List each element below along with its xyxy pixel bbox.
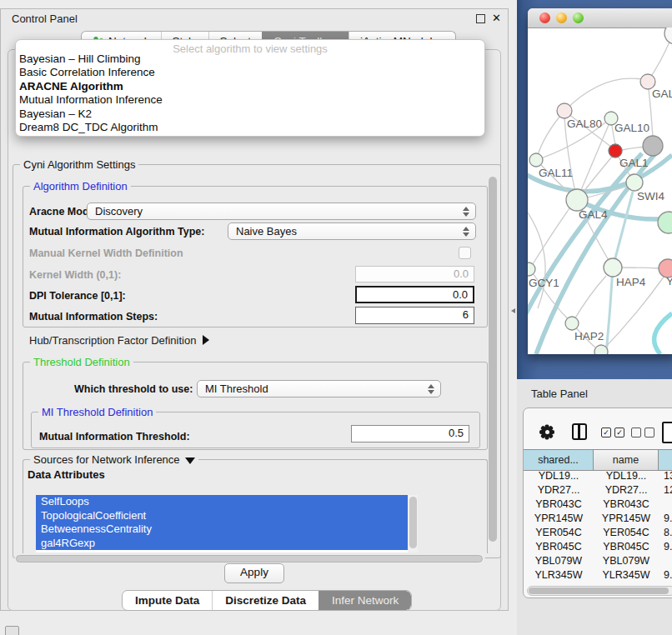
- stepper-icon: [463, 206, 469, 218]
- network-node[interactable]: [609, 144, 622, 158]
- table-panel: Table Panel ✓✓ shared...name YDL19...YDL…: [517, 379, 672, 635]
- table-cell: YDR27...: [594, 483, 659, 498]
- algorithm-option[interactable]: Dream8 DC_TDC Algorithm: [18, 121, 481, 134]
- table-cell: YBR043C: [594, 498, 659, 512]
- float-window-icon[interactable]: [476, 14, 485, 23]
- attribute-item[interactable]: gal4RGexp: [36, 537, 408, 551]
- data-attributes-list[interactable]: SelfLoopsTopologicalCoefficientBetweenne…: [36, 495, 418, 552]
- table-body[interactable]: YDL19...YDL19...13YDR27...YDR27...12YBR0…: [524, 469, 672, 585]
- cyni-bottom-tab-bar: Impute DataDiscretize DataInfer Network: [122, 590, 412, 611]
- settings-vertical-scrollbar[interactable]: [488, 176, 498, 552]
- network-view-window[interactable]: GALGAL80GAL10GAL11GAL1SWI4GAL4GCY1HAP4YH…: [528, 8, 672, 354]
- columns-icon[interactable]: [572, 423, 587, 440]
- network-canvas[interactable]: GALGAL80GAL10GAL11GAL1SWI4GAL4GCY1HAP4YH…: [528, 28, 672, 354]
- network-node[interactable]: [604, 258, 622, 277]
- network-node[interactable]: [643, 136, 663, 156]
- column-header[interactable]: shared...: [524, 450, 594, 470]
- corner-widget-icon[interactable]: [5, 626, 19, 635]
- close-traffic-light-icon[interactable]: [539, 12, 550, 23]
- column-header[interactable]: name: [594, 450, 659, 470]
- table-row[interactable]: YBR045CYBR045C9.: [524, 540, 672, 554]
- table-header-row[interactable]: shared...name: [524, 449, 672, 471]
- bottom-tab-infer-network[interactable]: Infer Network: [318, 591, 411, 610]
- file-icon[interactable]: [662, 422, 672, 443]
- control-panel-title: Control Panel: [12, 12, 78, 25]
- node-label: GAL: [652, 88, 672, 100]
- table-row[interactable]: YER054CYER054C8.: [524, 526, 672, 540]
- network-window-titlebar[interactable]: [528, 8, 672, 28]
- table-row[interactable]: YDL19...YDL19...13: [524, 469, 672, 483]
- network-node[interactable]: [626, 174, 643, 191]
- settings-horizontal-scrollbar[interactable]: [15, 554, 485, 563]
- algorithm-option[interactable]: Mutual Information Inference: [18, 93, 481, 107]
- bottom-tab-impute-data[interactable]: Impute Data: [123, 591, 212, 610]
- which-threshold-select[interactable]: MI Threshold: [197, 380, 441, 398]
- gear-icon[interactable]: [539, 424, 554, 439]
- table-cell: [659, 554, 672, 568]
- table-row[interactable]: YIL052CYIL052C9: [524, 582, 672, 585]
- network-node[interactable]: [658, 212, 672, 233]
- network-node[interactable]: [565, 317, 579, 330]
- table-cell: YPR145W: [594, 512, 659, 526]
- table-cell: YER054C: [594, 526, 659, 540]
- manual-kernel-label: Manual Kernel Width Definition: [29, 248, 183, 259]
- node-label: SWI4: [637, 190, 664, 202]
- attributes-scrollbar[interactable]: [408, 495, 418, 552]
- hub-definition-expander[interactable]: Hub/Transcription Factor Definition: [29, 334, 209, 347]
- attribute-item[interactable]: TopologicalCoefficient: [36, 509, 408, 523]
- panel-splitter-handle[interactable]: [511, 308, 515, 313]
- dpi-tolerance-label: DPI Tolerance [0,1]:: [29, 290, 126, 302]
- attribute-item[interactable]: BetweennessCentrality: [36, 522, 408, 537]
- table-cell: [659, 498, 672, 512]
- zoom-traffic-light-icon[interactable]: [573, 12, 584, 23]
- close-icon[interactable]: ✕: [492, 12, 501, 24]
- network-node[interactable]: [529, 153, 543, 167]
- attribute-item[interactable]: SelfLoops: [36, 495, 408, 509]
- node-label: Y: [666, 275, 672, 288]
- expand-right-icon: [203, 335, 209, 345]
- table-row[interactable]: YBL079WYBL079W: [524, 554, 672, 568]
- table-row[interactable]: YBR043CYBR043C: [524, 498, 672, 512]
- aracne-mode-value: Discovery: [95, 205, 143, 218]
- table-cell: YER054C: [524, 526, 594, 540]
- algorithm-dropdown-list: Bayesian – Hill ClimbingBasic Correlatio…: [18, 52, 481, 134]
- mi-threshold-field[interactable]: 0.5: [351, 425, 469, 442]
- mi-steps-field[interactable]: 6: [355, 307, 474, 324]
- table-cell: YIL052C: [524, 582, 594, 585]
- network-node[interactable]: [664, 28, 672, 44]
- algorithm-option[interactable]: ARACNE Algorithm: [18, 80, 481, 93]
- network-node[interactable]: [528, 262, 535, 276]
- deselect-all-columns-icon[interactable]: [631, 428, 654, 438]
- select-all-columns-icon[interactable]: ✓✓: [601, 428, 624, 438]
- data-attributes-label: Data Attributes: [28, 468, 105, 481]
- column-header[interactable]: [659, 450, 672, 470]
- table-cell: 9.: [659, 512, 672, 526]
- table-toolbar: ✓✓: [524, 408, 672, 448]
- bottom-tab-discretize-data[interactable]: Discretize Data: [212, 591, 318, 610]
- network-edge: [654, 313, 672, 354]
- network-node[interactable]: [557, 103, 572, 118]
- table-row[interactable]: YLR345WYLR345W9.: [524, 568, 672, 582]
- mi-type-select[interactable]: Naive Bayes: [228, 222, 476, 240]
- apply-button[interactable]: Apply: [224, 563, 284, 583]
- table-row[interactable]: YPR145WYPR145W9.: [524, 512, 672, 526]
- table-row[interactable]: YDR27...YDR27...12: [524, 483, 672, 498]
- table-cell: YBR043C: [524, 498, 594, 512]
- kernel-width-field[interactable]: 0.0: [355, 266, 474, 282]
- table-cell: YBL079W: [594, 554, 659, 568]
- mi-type-value: Naive Bayes: [236, 225, 297, 238]
- minimize-traffic-light-icon[interactable]: [556, 12, 567, 23]
- network-node[interactable]: [594, 345, 608, 354]
- table-cell: 9: [659, 582, 672, 585]
- sources-legend-label: Sources for Network Inference: [33, 453, 180, 466]
- algorithm-option[interactable]: Bayesian – Hill Climbing: [18, 52, 481, 66]
- dpi-tolerance-field[interactable]: 0.0: [355, 286, 474, 303]
- algorithm-option[interactable]: Basic Correlation Inference: [18, 66, 481, 79]
- mi-threshold-definition-legend: MI Threshold Definition: [38, 406, 156, 418]
- algorithm-option[interactable]: Bayesian – K2: [18, 108, 481, 121]
- table-horizontal-scrollbar[interactable]: [527, 586, 672, 596]
- manual-kernel-checkbox[interactable]: [459, 247, 471, 259]
- aracne-mode-select[interactable]: Discovery: [87, 202, 476, 220]
- sources-legend[interactable]: Sources for Network Inference: [30, 453, 198, 466]
- table-cell: 9.: [659, 568, 672, 582]
